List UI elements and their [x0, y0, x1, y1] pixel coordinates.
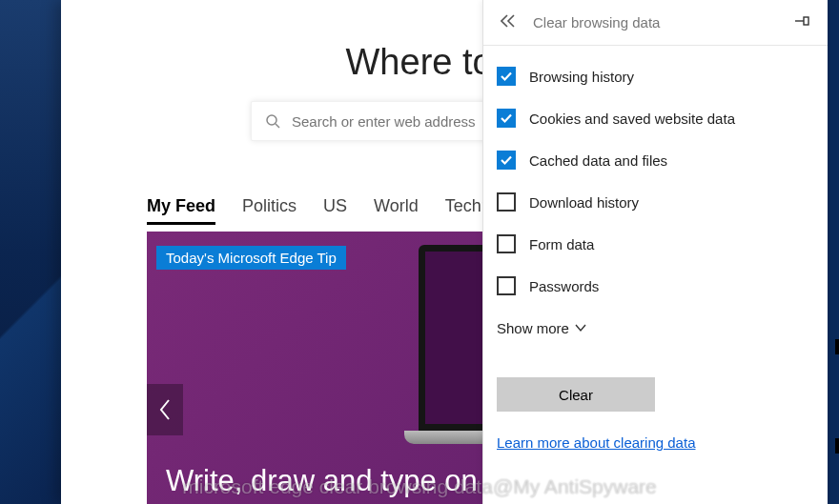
tab-politics[interactable]: Politics: [242, 196, 297, 225]
tab-my-feed[interactable]: My Feed: [147, 196, 215, 225]
checkbox-icon: [497, 276, 516, 295]
search-icon: [265, 113, 280, 129]
clear-button[interactable]: Clear: [497, 377, 655, 412]
option-download-history[interactable]: Download history: [497, 181, 814, 223]
option-cached-data[interactable]: Cached data and files: [497, 139, 814, 181]
hero-prev-button[interactable]: [147, 384, 183, 435]
option-label: Cached data and files: [529, 152, 667, 169]
panel-title: Clear browsing data: [533, 14, 791, 30]
option-label: Download history: [529, 194, 639, 211]
panel-back-button[interactable]: [497, 10, 520, 35]
option-label: Browsing history: [529, 69, 634, 85]
chevron-left-icon: [158, 398, 172, 421]
option-cookies[interactable]: Cookies and saved website data: [497, 97, 814, 139]
show-more-label: Show more: [497, 320, 569, 336]
edge-crop-marks: [835, 339, 839, 454]
option-label: Form data: [529, 236, 594, 252]
option-label: Cookies and saved website data: [529, 111, 735, 127]
panel-pin-button[interactable]: [791, 10, 814, 35]
show-more-button[interactable]: Show more: [497, 307, 814, 349]
chevron-down-icon: [575, 323, 586, 333]
feed-tabs: My Feed Politics US World Techn: [147, 196, 491, 225]
checkbox-icon: [497, 109, 516, 128]
option-passwords[interactable]: Passwords: [497, 265, 814, 307]
checkbox-icon: [497, 234, 516, 253]
desktop-background-accent: [0, 143, 67, 504]
svg-line-1: [276, 124, 279, 128]
panel-body: Browsing history Cookies and saved websi…: [483, 46, 828, 452]
learn-more-link[interactable]: Learn more about clearing data: [497, 434, 695, 451]
svg-point-0: [267, 115, 276, 125]
option-label: Passwords: [529, 278, 599, 294]
tab-us[interactable]: US: [323, 196, 347, 225]
hero-title: Write, draw and type on the: [166, 464, 527, 498]
clear-browsing-data-panel: Clear browsing data Browsing history Coo…: [482, 0, 828, 504]
pin-icon: [795, 14, 810, 28]
hero-badge: Today's Microsoft Edge Tip: [156, 246, 346, 270]
checkbox-icon: [497, 67, 516, 86]
option-form-data[interactable]: Form data: [497, 223, 814, 265]
browser-window: Where to ne My Feed Politics US World Te…: [61, 0, 828, 504]
panel-header: Clear browsing data: [483, 0, 828, 46]
checkbox-icon: [497, 151, 516, 170]
checkbox-icon: [497, 192, 516, 212]
svg-rect-3: [804, 17, 808, 25]
option-browsing-history[interactable]: Browsing history: [497, 55, 814, 97]
tab-world[interactable]: World: [374, 196, 419, 225]
chevron-double-left-icon: [501, 14, 516, 28]
